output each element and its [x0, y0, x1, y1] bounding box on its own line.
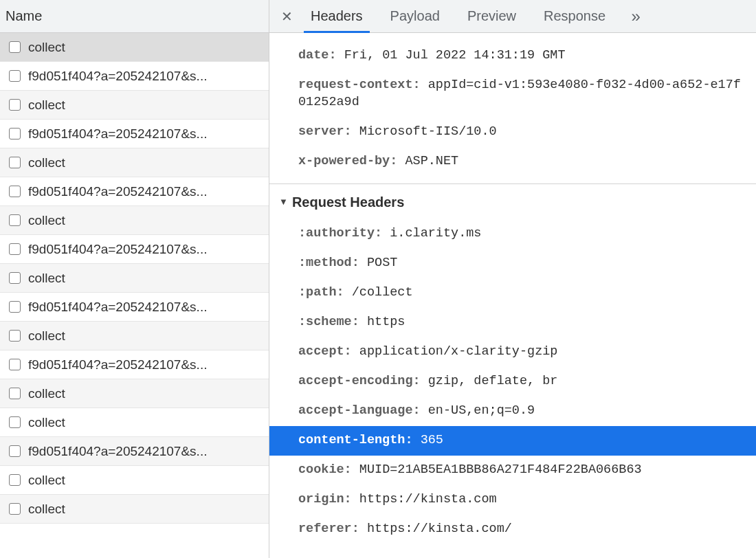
request-name-label: f9d051f404?a=205242107&s... [28, 184, 263, 199]
header-key: origin: [298, 492, 359, 506]
row-checkbox[interactable] [9, 445, 21, 457]
request-name-label: f9d051f404?a=205242107&s... [28, 357, 263, 372]
request-name-label: collect [28, 155, 263, 170]
header-key: cookie: [298, 462, 359, 477]
chevron-double-right-icon: » [631, 7, 638, 26]
request-row[interactable]: collect [0, 206, 269, 235]
header-row[interactable]: request-context: appId=cid-v1:593e4080-f… [269, 71, 756, 118]
request-name-label: f9d051f404?a=205242107&s... [28, 300, 263, 315]
row-checkbox[interactable] [9, 99, 21, 111]
header-key: server: [298, 124, 359, 139]
row-checkbox[interactable] [9, 474, 21, 486]
row-checkbox[interactable] [9, 157, 21, 168]
header-key: date: [298, 48, 344, 63]
row-checkbox[interactable] [9, 416, 21, 428]
request-row[interactable]: f9d051f404?a=205242107&s... [0, 177, 269, 206]
header-value: MUID=21AB5EA1BBB86A271F484F22BA066B63 [359, 462, 642, 477]
header-row[interactable]: accept-language: en-US,en;q=0.9 [269, 397, 756, 426]
request-row[interactable]: collect [0, 322, 269, 350]
request-name-label: collect [28, 415, 263, 430]
close-icon[interactable]: ✕ [276, 0, 297, 32]
header-value: https://kinsta.com/ [367, 522, 512, 536]
row-checkbox[interactable] [9, 301, 21, 313]
tab-response[interactable]: Response [530, 0, 619, 32]
row-checkbox[interactable] [9, 272, 21, 284]
request-name-label: f9d051f404?a=205242107&s... [28, 444, 263, 459]
header-key: accept-language: [298, 403, 428, 418]
header-value: application/x-clarity-gzip [359, 344, 558, 359]
header-row[interactable]: server: Microsoft-IIS/10.0 [269, 118, 756, 147]
row-checkbox[interactable] [9, 243, 21, 255]
tab-payload[interactable]: Payload [377, 0, 454, 32]
request-row[interactable]: collect [0, 379, 269, 408]
request-row[interactable]: collect [0, 264, 269, 293]
request-row[interactable]: collect [0, 33, 269, 62]
header-key: :method: [298, 256, 367, 270]
row-checkbox[interactable] [9, 503, 21, 515]
request-row[interactable]: collect [0, 495, 269, 524]
header-key: content-length: [298, 433, 421, 447]
header-value: POST [367, 256, 397, 270]
request-list-column-header[interactable]: Name [0, 0, 269, 33]
row-checkbox[interactable] [9, 41, 21, 53]
header-row[interactable]: cookie: MUID=21AB5EA1BBB86A271F484F22BA0… [269, 456, 756, 485]
row-checkbox[interactable] [9, 388, 21, 399]
more-tabs-icon[interactable]: » [619, 0, 651, 32]
request-name-label: f9d051f404?a=205242107&s... [28, 69, 263, 84]
request-headers-title: Request Headers [292, 193, 404, 212]
request-headers-section-toggle[interactable]: ▼ Request Headers [269, 184, 756, 218]
request-list: collectf9d051f404?a=205242107&s...collec… [0, 33, 269, 558]
header-row[interactable]: :scheme: https [269, 308, 756, 337]
request-name-label: collect [28, 213, 263, 228]
request-row[interactable]: f9d051f404?a=205242107&s... [0, 350, 269, 379]
tab-headers[interactable]: Headers [297, 0, 377, 32]
request-name-label: collect [28, 98, 263, 113]
request-row[interactable]: f9d051f404?a=205242107&s... [0, 235, 269, 264]
header-row[interactable]: :authority: i.clarity.ms [269, 219, 756, 249]
devtools-network-panel: Name collectf9d051f404?a=205242107&s...c… [0, 0, 756, 558]
header-row[interactable]: x-powered-by: ASP.NET [269, 147, 756, 177]
request-row[interactable]: collect [0, 91, 269, 120]
header-row[interactable]: accept: application/x-clarity-gzip [269, 337, 756, 367]
request-name-label: f9d051f404?a=205242107&s... [28, 126, 263, 142]
row-checkbox[interactable] [9, 214, 21, 226]
row-checkbox[interactable] [9, 128, 21, 140]
header-value: Fri, 01 Jul 2022 14:31:19 GMT [344, 48, 566, 63]
request-row[interactable]: collect [0, 466, 269, 495]
request-name-label: collect [28, 386, 263, 401]
row-checkbox[interactable] [9, 330, 21, 342]
request-row[interactable]: f9d051f404?a=205242107&s... [0, 437, 269, 466]
header-key: x-powered-by: [298, 154, 405, 168]
row-checkbox[interactable] [9, 186, 21, 197]
header-row[interactable]: referer: https://kinsta.com/ [269, 515, 756, 544]
header-value: /collect [352, 285, 413, 300]
request-name-label: f9d051f404?a=205242107&s... [28, 242, 263, 257]
request-name-label: collect [28, 328, 263, 344]
header-row[interactable]: :path: /collect [269, 278, 756, 308]
tabs-holder: HeadersPayloadPreviewResponse [297, 0, 619, 32]
request-name-label: collect [28, 40, 263, 55]
header-row[interactable]: origin: https://kinsta.com [269, 485, 756, 515]
header-value: https [367, 315, 405, 329]
header-row[interactable]: content-length: 365 [269, 426, 756, 456]
request-row[interactable]: collect [0, 148, 269, 177]
header-key: accept: [298, 344, 359, 359]
tab-preview[interactable]: Preview [454, 0, 530, 32]
detail-tabs: ✕ HeadersPayloadPreviewResponse » [269, 0, 756, 33]
disclosure-triangle-down-icon: ▼ [279, 196, 288, 208]
header-row[interactable]: date: Fri, 01 Jul 2022 14:31:19 GMT [269, 41, 756, 71]
header-row[interactable]: :method: POST [269, 249, 756, 278]
header-value: ASP.NET [405, 154, 458, 168]
header-key: request-context: [298, 78, 428, 92]
request-row[interactable]: f9d051f404?a=205242107&s... [0, 120, 269, 148]
header-value: Microsoft-IIS/10.0 [359, 124, 497, 139]
header-value: i.clarity.ms [390, 226, 481, 241]
row-checkbox[interactable] [9, 359, 21, 370]
header-key: :scheme: [298, 315, 367, 329]
request-row[interactable]: f9d051f404?a=205242107&s... [0, 293, 269, 322]
row-checkbox[interactable] [9, 70, 21, 82]
request-headers-list: :authority: i.clarity.ms:method: POST:pa… [269, 218, 756, 544]
request-row[interactable]: collect [0, 408, 269, 437]
header-row[interactable]: accept-encoding: gzip, deflate, br [269, 367, 756, 397]
request-row[interactable]: f9d051f404?a=205242107&s... [0, 62, 269, 91]
